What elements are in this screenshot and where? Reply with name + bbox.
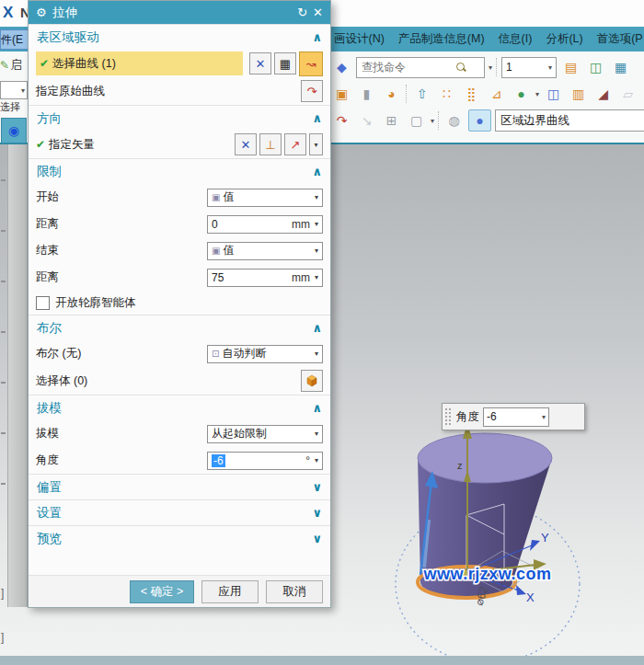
active-tool-chip[interactable]: ◉ <box>1 118 27 143</box>
chevron-up-icon[interactable]: ∧ <box>312 321 322 335</box>
value-cube-icon: ▣ <box>212 192 220 202</box>
unite-dropdown-caret[interactable]: ▾ <box>535 90 539 98</box>
bridge-curve-icon[interactable]: ↷ <box>331 110 352 131</box>
start-distance-field[interactable]: 0 mm ▾ <box>207 215 323 234</box>
arrow-icon[interactable]: ↘ <box>356 110 377 131</box>
datum-block-icon[interactable]: ▣ <box>331 84 352 104</box>
open-profile-row: 开放轮廓智能体 <box>29 291 330 315</box>
unite-icon[interactable]: ● <box>511 84 532 104</box>
end-distance-field[interactable]: 75 mm ▾ <box>207 269 323 287</box>
specify-vector-label: 指定矢量 <box>49 137 95 153</box>
drag-handle[interactable] <box>444 407 453 426</box>
select-curve-row: ✔ 选择曲线 (1) ✕ ▦ ↝ <box>29 50 330 77</box>
extrude-icon[interactable]: ⇧ <box>411 84 432 104</box>
section-label: 拔模 <box>37 400 62 417</box>
end-mode-dropdown[interactable]: ▣ 值 ▾ <box>207 242 323 260</box>
chevron-down-icon: ▾ <box>315 220 318 228</box>
layer-settings-icon[interactable]: ▤ <box>560 57 581 77</box>
layer-visible-icon[interactable]: ◫ <box>585 57 606 77</box>
pattern-icon[interactable]: ⣿ <box>461 84 482 104</box>
section-header-boolean[interactable]: 布尔 ∧ <box>29 315 330 340</box>
corner-close-sliver[interactable]: X <box>3 4 13 22</box>
chevron-up-icon[interactable]: ∧ <box>312 111 322 125</box>
cylinder-icon[interactable]: ▮ <box>356 84 377 104</box>
shaded-cylinder-icon[interactable]: ● <box>468 109 491 132</box>
cube-pair-icon[interactable]: ▥ <box>568 84 589 104</box>
draft-mode-row: 拔模 从起始限制 ▾ <box>29 420 330 447</box>
cancel-button[interactable]: 取消 <box>266 580 323 603</box>
open-profile-checkbox[interactable] <box>36 296 50 310</box>
left-resource-bar[interactable] <box>7 144 28 607</box>
boundary-curve-combo[interactable]: 区域边界曲线 ▾ <box>495 109 644 132</box>
vector-dialog-icon[interactable]: ↗ <box>284 133 306 155</box>
section-header-direction[interactable]: 方向 ∧ <box>29 105 330 131</box>
section-header-preview[interactable]: 预览 ∨ <box>29 525 330 551</box>
menu-pmi[interactable]: 产品制造信息(M) <box>398 31 485 47</box>
distance-label: 距离 <box>36 216 59 232</box>
watermark: www.rjzxw.com <box>422 565 551 583</box>
menu-information[interactable]: 信息(I) <box>499 31 533 47</box>
book-icon[interactable]: ◫ <box>543 84 564 104</box>
hole-array-icon[interactable]: ∷ <box>436 84 457 104</box>
section-header-settings[interactable]: 设置 ∨ <box>29 499 330 525</box>
chevron-down-icon[interactable]: ▾ <box>309 133 323 155</box>
lasso-icon[interactable]: ↝ <box>299 52 323 76</box>
close-icon[interactable]: ✕ <box>313 6 323 19</box>
start-distance-value: 0 <box>212 218 218 231</box>
section-label: 限制 <box>37 164 62 180</box>
left-combo-sliver[interactable]: ▾ <box>0 81 28 99</box>
section-header-offset[interactable]: 偏置 ∨ <box>29 474 330 499</box>
deselect-icon[interactable]: ✕ <box>249 52 271 75</box>
layer-category-icon[interactable]: ▦ <box>610 57 631 77</box>
menu-analysis[interactable]: 分析(L) <box>546 31 582 47</box>
layer-combo[interactable]: 1 ▾ <box>501 57 557 78</box>
draft-angle-field[interactable]: -6 ° ▾ <box>207 452 323 470</box>
status-strip <box>0 656 644 665</box>
draft-mode-dropdown[interactable]: 从起始限制 ▾ <box>207 425 323 443</box>
spline-icon[interactable]: ↷ <box>301 80 323 102</box>
menu-file-sliver[interactable]: 件(E <box>0 29 29 50</box>
part-nav-icon[interactable]: ◆ <box>331 57 352 77</box>
cube-glyph <box>305 374 318 387</box>
chevron-up-icon[interactable]: ∧ <box>312 165 322 178</box>
command-finder-input[interactable] <box>360 60 455 75</box>
dialog-title-bar[interactable]: ⚙ 拉伸 ↻ ✕ <box>29 1 330 24</box>
body-cube-icon[interactable] <box>301 370 323 392</box>
boolean-dropdown[interactable]: ⊡ 自动判断 ▾ <box>207 345 323 363</box>
chevron-down-icon[interactable]: ∨ <box>312 532 322 545</box>
sheet-icon[interactable]: ▱ <box>617 84 638 104</box>
mesh-sphere-icon[interactable]: ◍ <box>443 110 465 131</box>
search-icon[interactable] <box>455 62 466 73</box>
reset-icon[interactable]: ↻ <box>297 6 307 19</box>
chevron-up-icon[interactable]: ∧ <box>312 30 322 44</box>
angle-box-field[interactable]: -6 ▾ <box>483 407 549 427</box>
menu-design[interactable]: 画设计(N) <box>334 31 385 47</box>
chamfer-icon[interactable]: ◢ <box>592 84 614 104</box>
start-menu-sliver[interactable]: ✎ 启 <box>0 55 27 75</box>
curve-rule-icon[interactable]: ▦ <box>274 52 296 75</box>
rib-icon[interactable]: ⊿ <box>486 84 507 104</box>
chevron-down-icon[interactable]: ∨ <box>312 480 322 494</box>
search-dropdown-caret[interactable]: ▾ <box>489 63 492 72</box>
select-curve-active[interactable]: ✔ 选择曲线 (1) <box>36 52 243 75</box>
two-point-vector-icon[interactable]: ✕ <box>235 133 257 155</box>
toolbar-separator <box>496 58 498 76</box>
chevron-down-icon[interactable]: ∨ <box>312 506 322 520</box>
menu-preferences[interactable]: 首选项(P <box>597 31 643 47</box>
marquee-icon[interactable]: ▢ <box>406 110 427 131</box>
face-normal-icon[interactable]: ⊥ <box>259 133 282 155</box>
chevron-up-icon[interactable]: ∧ <box>312 401 322 415</box>
boss-icon[interactable]: ◕ <box>381 84 402 104</box>
ok-button[interactable]: < 确定 > <box>130 580 194 603</box>
marquee-dropdown-caret[interactable]: ▾ <box>431 117 434 125</box>
apply-button[interactable]: 应用 <box>201 580 259 603</box>
section-header-region[interactable]: 表区域驱动 ∧ <box>29 24 330 50</box>
start-mode-dropdown[interactable]: ▣ 值 ▾ <box>207 189 323 207</box>
snap-point-icon[interactable]: ⊞ <box>381 110 402 131</box>
section-header-limits[interactable]: 限制 ∧ <box>29 158 330 184</box>
original-curve-row: 指定原始曲线 ↷ <box>29 77 330 105</box>
section-header-draft[interactable]: 拔模 ∧ <box>29 395 330 420</box>
cone-top-face[interactable] <box>418 433 552 483</box>
unit-label: mm <box>292 271 310 284</box>
angle-box-value: -6 <box>487 410 497 423</box>
